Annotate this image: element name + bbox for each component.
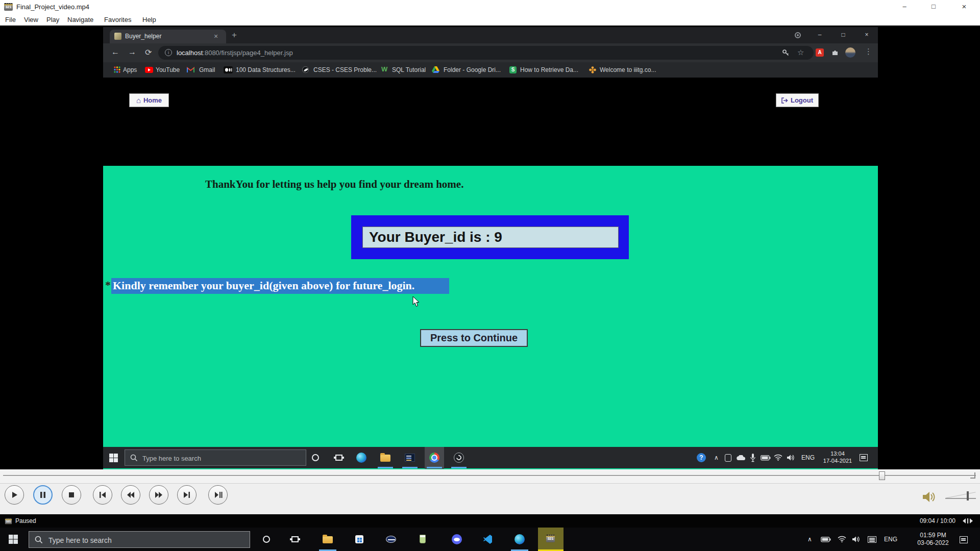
kebab-menu-icon[interactable]: ⋮: [865, 47, 872, 56]
notification-center-icon[interactable]: [960, 536, 968, 543]
taskview-icon[interactable]: [291, 536, 299, 542]
explorer-icon[interactable]: [323, 536, 333, 543]
language-indicator[interactable]: ENG: [884, 536, 897, 543]
browser-close-icon[interactable]: ×: [859, 31, 874, 38]
address-bar[interactable]: localhost:8080/firstjsp/page4_helper.jsp…: [158, 46, 814, 60]
video-clock[interactable]: 13:04 17-04-2021: [820, 450, 855, 464]
pdf-extension-icon[interactable]: [816, 48, 824, 57]
bookmark-cses[interactable]: CSES - CSES Proble...: [313, 66, 377, 73]
maximize-button[interactable]: □: [922, 0, 945, 14]
apps-grid-icon[interactable]: [114, 66, 120, 73]
bookmark-google-drive[interactable]: Folder - Google Dri...: [444, 66, 501, 73]
menu-help[interactable]: Help: [142, 15, 156, 24]
video-stage[interactable]: Buyer_helper × + – □ × ← → ⟳ localhost:8…: [0, 26, 980, 469]
seek-groove[interactable]: [3, 475, 976, 476]
tab-close-icon[interactable]: ×: [214, 32, 218, 40]
edge-icon[interactable]: [514, 534, 525, 544]
back-icon[interactable]: ←: [111, 47, 119, 57]
video-volume-icon[interactable]: [787, 454, 795, 461]
video-microphone-icon[interactable]: [750, 453, 755, 462]
system-search-input[interactable]: [47, 532, 243, 548]
volume-slider[interactable]: [945, 498, 976, 499]
rewind-button[interactable]: [121, 485, 140, 505]
bookmark-data-structures[interactable]: 100 Data Structures...: [236, 66, 296, 73]
tray-chevron-icon[interactable]: [807, 536, 812, 543]
mpc-active-tile[interactable]: [538, 528, 564, 549]
video-chrome-active-tile[interactable]: [425, 447, 444, 469]
video-device-icon[interactable]: [725, 454, 731, 462]
frame-step-button[interactable]: [208, 485, 228, 505]
video-language-indicator[interactable]: ENG: [801, 454, 815, 461]
bookmark-youtube[interactable]: YouTube: [156, 66, 180, 73]
bookmark-iiitg[interactable]: Welcome to iiitg.co...: [600, 66, 656, 73]
video-terminal-icon[interactable]: [405, 454, 415, 462]
stop-button[interactable]: [62, 485, 81, 505]
bookmark-sql-tutorial[interactable]: SQL Tutorial: [392, 66, 426, 73]
password-key-icon[interactable]: [782, 49, 790, 57]
browser-maximize-icon[interactable]: □: [836, 31, 851, 38]
menu-favorites[interactable]: Favorites: [104, 15, 131, 24]
home-button[interactable]: Home: [129, 93, 169, 107]
volume-tray-icon[interactable]: [852, 536, 860, 543]
eclipse-icon[interactable]: [386, 536, 396, 543]
minimize-button[interactable]: –: [893, 0, 916, 14]
bookmark-apps[interactable]: Apps: [123, 66, 137, 73]
continue-button[interactable]: Press to Continue: [420, 329, 528, 347]
battery-icon[interactable]: [821, 537, 831, 542]
seek-thumb[interactable]: [879, 471, 885, 480]
menu-view[interactable]: View: [24, 15, 38, 24]
bookmark-retrieve-data[interactable]: How to Retrieve Da...: [520, 66, 578, 73]
update-badge-icon[interactable]: [795, 32, 801, 38]
browser-minimize-icon[interactable]: –: [812, 31, 827, 38]
video-battery-icon[interactable]: [761, 455, 771, 461]
video-notification-icon[interactable]: [860, 454, 868, 461]
menu-file[interactable]: File: [5, 15, 16, 24]
volume-thumb[interactable]: [967, 491, 969, 500]
reload-icon[interactable]: ⟳: [145, 47, 152, 57]
site-info-icon[interactable]: [165, 49, 172, 56]
page-heading: ThankYou for letting us help you find yo…: [205, 178, 463, 191]
close-button[interactable]: ×: [952, 0, 976, 14]
store-icon[interactable]: [355, 535, 363, 543]
video-cortana-icon[interactable]: [312, 454, 319, 461]
web-page: Home Logout ThankYou for letting us help…: [103, 78, 878, 447]
discord-icon[interactable]: [452, 534, 462, 544]
video-start-icon[interactable]: [109, 454, 118, 462]
wifi-icon[interactable]: [838, 536, 846, 542]
cortana-icon[interactable]: [263, 536, 270, 543]
menu-navigate[interactable]: Navigate: [67, 15, 93, 24]
video-search-box[interactable]: [125, 449, 306, 466]
note-highlighted-text: Kindly remember your buyer_id(given abov…: [111, 278, 449, 294]
browser-tab[interactable]: Buyer_helper ×: [110, 30, 226, 43]
extensions-puzzle-icon[interactable]: [831, 48, 839, 57]
bookmark-gmail[interactable]: Gmail: [199, 66, 215, 73]
bookmark-star-icon[interactable]: ☆: [797, 48, 804, 57]
pause-button[interactable]: [33, 485, 53, 505]
video-search-input[interactable]: [141, 450, 297, 466]
video-tray-chevron-icon[interactable]: [714, 454, 719, 461]
forward-icon[interactable]: →: [128, 47, 136, 57]
logout-button[interactable]: Logout: [776, 93, 819, 107]
skip-end-button[interactable]: [177, 485, 197, 505]
system-search-box[interactable]: [29, 531, 250, 548]
fast-forward-button[interactable]: [149, 485, 168, 505]
system-clock[interactable]: 01:59 PM 03-06-2022: [912, 532, 954, 547]
video-edge-icon[interactable]: [356, 453, 366, 463]
menu-play[interactable]: Play: [46, 15, 59, 24]
video-help-icon[interactable]: [697, 453, 706, 462]
video-obs-icon[interactable]: [454, 453, 464, 463]
video-onedrive-icon[interactable]: [736, 455, 746, 461]
video-explorer-icon[interactable]: [380, 455, 390, 462]
seek-bar[interactable]: [0, 469, 980, 483]
play-button[interactable]: [5, 485, 24, 505]
profile-avatar[interactable]: [845, 47, 855, 58]
start-button-icon[interactable]: [9, 535, 18, 544]
volume-icon[interactable]: [922, 490, 937, 504]
video-taskview-icon[interactable]: [335, 455, 342, 461]
skip-start-button[interactable]: [93, 485, 112, 505]
new-tab-button[interactable]: +: [232, 30, 237, 40]
glass-app-icon[interactable]: [420, 535, 426, 543]
vscode-icon[interactable]: [483, 534, 493, 544]
video-wifi-icon[interactable]: [774, 454, 782, 461]
touch-keyboard-icon[interactable]: [868, 536, 876, 543]
